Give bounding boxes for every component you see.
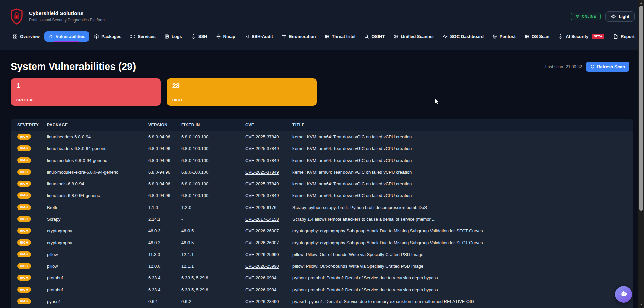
skull-icon: [492, 34, 497, 39]
cve-link[interactable]: CVE-2026-25990: [245, 264, 279, 269]
version-cell: 6.8.0-94.96: [146, 131, 179, 143]
package-cell: pyasn1: [44, 296, 146, 307]
critical-count-card[interactable]: 1 CRITICAL: [11, 78, 161, 106]
fixed-in-cell: 6.33.5, 5.29.6: [179, 272, 243, 284]
col-version: VERSION: [146, 119, 179, 131]
tab-threat-intel[interactable]: Threat Intel: [320, 31, 359, 42]
cve-link[interactable]: CVE-2026-26007: [245, 228, 279, 233]
version-cell: 0.6.1: [146, 296, 179, 307]
refresh-icon: [590, 64, 595, 69]
cve-link[interactable]: CVE-2017-14158: [245, 217, 279, 222]
title-cell: kernel: KVM: arm64: Tear down vGIC on fa…: [290, 155, 633, 166]
robot-icon: [620, 290, 628, 298]
document-icon: [613, 34, 618, 39]
tab-label: Unified Scanner: [401, 34, 434, 39]
theme-toggle-label: Light: [619, 14, 629, 19]
scrollbar-thumb[interactable]: [639, 6, 643, 211]
version-cell: 6.8.0-94.96: [146, 166, 179, 178]
scrollbar: ▲ ▼: [638, 0, 644, 308]
tab-report[interactable]: Report: [609, 31, 639, 42]
tab-ssh-audit[interactable]: SSH-Audit: [240, 31, 277, 42]
table-row: HIGH protobuf 6.33.4 6.33.5, 5.29.6 CVE-…: [11, 272, 633, 284]
tab-label: SOC Dashboard: [450, 34, 484, 39]
title-cell: kernel: KVM: arm64: Tear down vGIC on fa…: [290, 131, 633, 143]
bug-icon: [48, 34, 53, 39]
high-count: 28: [172, 82, 311, 90]
beta-badge: BETA: [592, 34, 604, 39]
cve-link[interactable]: CVE-2026-0994: [245, 287, 276, 292]
tab-pentest[interactable]: Pentest: [488, 31, 520, 42]
globe-icon: [524, 34, 529, 39]
package-cell: Brotli: [44, 202, 146, 213]
cve-link[interactable]: CVE-2025-6176: [245, 205, 276, 210]
tab-logs[interactable]: Logs: [160, 31, 186, 42]
package-cell: protobuf: [44, 272, 146, 284]
online-status-badge: ONLINE: [571, 13, 601, 20]
cve-link[interactable]: CVE-2025-37849: [245, 146, 279, 151]
cve-link[interactable]: CVE-2025-37849: [245, 170, 279, 175]
table-row: HIGH Scrapy 2.14.1 - CVE-2017-14158 Scra…: [11, 213, 633, 225]
table-row: HIGH linux-headers-6.8.0-94-generic 6.8.…: [11, 143, 633, 155]
cve-link[interactable]: CVE-2026-25990: [245, 252, 279, 257]
severity-badge: HIGH: [17, 145, 31, 151]
table-row: HIGH linux-headers-6.8.0-94 6.8.0-94.96 …: [11, 131, 633, 143]
severity-badge: HIGH: [17, 204, 31, 210]
shield-icon: [191, 34, 196, 39]
table-row: HIGH pyasn1 0.6.1 0.6.2 CVE-2026-23490 p…: [11, 296, 633, 307]
fixed-in-cell: -: [179, 213, 243, 225]
severity-badge: HIGH: [17, 251, 31, 257]
server-icon: [130, 34, 135, 39]
tab-unified-scanner[interactable]: Unified Scanner: [389, 31, 438, 42]
package-cell: linux-headers-6.8.0-94: [44, 131, 146, 143]
shield-lock-logo: [10, 8, 23, 25]
fixed-in-cell: 12.1.1: [179, 260, 243, 272]
tab-overview[interactable]: Overview: [9, 31, 44, 42]
refresh-scan-button[interactable]: Refresh Scan: [586, 62, 629, 72]
package-icon: [94, 34, 99, 39]
title-actions: Last scan: 21:00:32 Refresh Scan: [545, 62, 629, 72]
fixed-in-cell: 6.8.0-100.100: [179, 178, 243, 190]
title-cell: kernel: KVM: arm64: Tear down vGIC on fa…: [290, 190, 633, 202]
table-row: HIGH pillow 11.3.0 12.1.1 CVE-2026-25990…: [11, 249, 633, 260]
theme-toggle-button[interactable]: Light: [605, 11, 635, 22]
severity-badge: HIGH: [17, 263, 31, 269]
main-nav: Overview Vulnerabilities Packages Servic…: [0, 26, 644, 42]
tab-os-scan[interactable]: OS Scan: [520, 31, 553, 42]
app-root: Cybershield Solutions Professional Secur…: [0, 0, 644, 308]
tab-osint[interactable]: OSINT: [360, 31, 389, 42]
severity-summary-cards: 1 CRITICAL 28 HIGH: [11, 78, 633, 106]
tab-ai-security[interactable]: AI Security BETA: [554, 31, 608, 42]
version-cell: 6.8.0-94.96: [146, 178, 179, 190]
tab-vulnerabilities[interactable]: Vulnerabilities: [44, 31, 89, 42]
cve-link[interactable]: CVE-2026-0994: [245, 275, 276, 280]
page-title: System Vulnerabilities (29): [11, 61, 136, 72]
title-cell: python: protobuf: Protobuf: Denial of Se…: [290, 284, 633, 296]
table-row: HIGH pillow 12.0.0 12.1.1 CVE-2026-25990…: [11, 260, 633, 272]
tab-ssh[interactable]: SSH: [187, 31, 211, 42]
cve-link[interactable]: CVE-2026-23490: [245, 299, 279, 304]
cve-link[interactable]: CVE-2026-26007: [245, 240, 279, 245]
tab-nmap[interactable]: Nmap: [212, 31, 239, 42]
high-count-card[interactable]: 28 HIGH: [167, 78, 317, 106]
main-content: System Vulnerabilities (29) Last scan: 2…: [0, 61, 644, 308]
col-title: TITLE: [290, 119, 633, 131]
col-fixed-in: FIXED IN: [179, 119, 243, 131]
tab-soc-dashboard[interactable]: SOC Dashboard: [439, 31, 488, 42]
severity-badge: HIGH: [17, 216, 31, 222]
cve-link[interactable]: CVE-2025-37849: [245, 193, 279, 198]
package-cell: pillow: [44, 249, 146, 260]
cve-link[interactable]: CVE-2025-37849: [245, 181, 279, 186]
tab-enumeration[interactable]: Enumeration: [278, 31, 320, 42]
scrollbar-down-arrow[interactable]: ▼: [638, 302, 644, 307]
radar-icon: [393, 34, 398, 39]
tab-label: SSH: [198, 34, 207, 39]
tab-packages[interactable]: Packages: [90, 31, 125, 42]
ai-assistant-button[interactable]: [615, 286, 632, 303]
scrollbar-up-arrow[interactable]: ▲: [638, 1, 644, 5]
tab-services[interactable]: Services: [126, 31, 160, 42]
brand-row: Cybershield Solutions Professional Secur…: [0, 0, 644, 26]
table-row: HIGH cryptography 46.0.3 46.0.5 CVE-2026…: [11, 225, 633, 237]
severity-badge: HIGH: [17, 275, 31, 281]
cve-link[interactable]: CVE-2025-37849: [245, 158, 279, 163]
cve-link[interactable]: CVE-2025-37849: [245, 134, 279, 139]
